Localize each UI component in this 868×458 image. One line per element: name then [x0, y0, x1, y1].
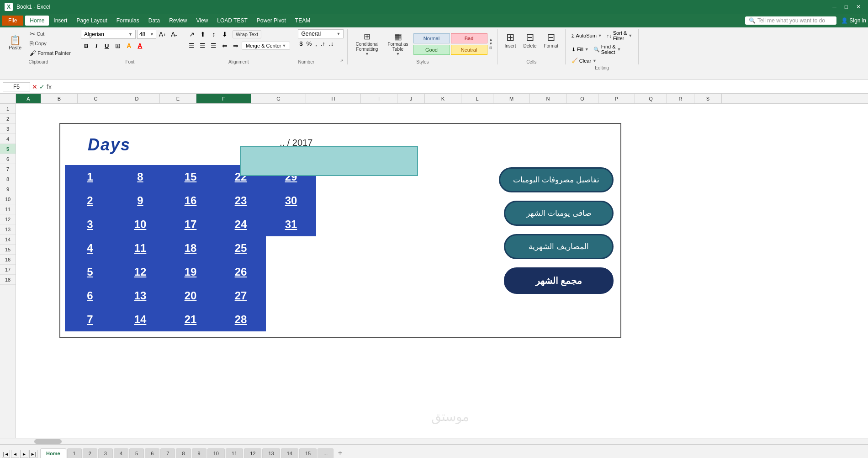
style-bad[interactable]: Bad [451, 33, 487, 43]
cal-day-21[interactable]: 21 [165, 308, 216, 331]
autosum-button[interactable]: Σ AutoSum ▼ [570, 32, 604, 39]
cal-day-4[interactable]: 4 [65, 236, 115, 260]
percent-button[interactable]: % [305, 40, 313, 48]
sheet-tab-1[interactable]: 1 [67, 448, 82, 458]
function-icon[interactable]: fx [47, 83, 52, 91]
fill-color-button[interactable]: A [124, 41, 134, 51]
col-header-s[interactable]: S [694, 94, 722, 103]
col-header-r[interactable]: R [667, 94, 694, 103]
cal-day-12[interactable]: 12 [115, 260, 165, 284]
fill-button[interactable]: ⬇ Fill ▼ [570, 46, 591, 53]
currency-button[interactable]: $ [298, 40, 304, 48]
cut-button[interactable]: ✂ Cut [27, 29, 73, 38]
border-button[interactable]: ⊞ [113, 41, 123, 51]
cal-day-2[interactable]: 2 [65, 189, 115, 213]
btn-net-daily[interactable]: صافى يوميات الشهر [504, 201, 614, 226]
sheet-tab-8[interactable]: 8 [176, 448, 191, 458]
delete-cells-button[interactable]: ⊟ Delete [520, 29, 540, 51]
decrease-indent-button[interactable]: ⇐ [220, 41, 230, 51]
align-left-button[interactable]: ☰ [187, 41, 197, 51]
col-header-j[interactable]: J [397, 94, 425, 103]
row-num-2[interactable]: 2 [0, 114, 16, 124]
col-header-a[interactable]: A [16, 94, 41, 103]
sheet-nav-next[interactable]: ► [20, 450, 28, 458]
cell-reference-box[interactable]: F5 [3, 82, 30, 91]
col-header-n[interactable]: N [530, 94, 566, 103]
cal-day-24[interactable]: 24 [216, 213, 266, 236]
col-header-p[interactable]: P [598, 94, 635, 103]
conditional-formatting-button[interactable]: ⊞ ConditionalFormatting ▼ [351, 29, 382, 59]
style-good[interactable]: Good [413, 45, 450, 55]
row-num-12[interactable]: 12 [0, 214, 16, 224]
menu-view[interactable]: View [192, 16, 213, 26]
style-neutral[interactable]: Neutral [451, 45, 487, 55]
sheet-tab-2[interactable]: 2 [83, 448, 97, 458]
btn-daily-details[interactable]: تفاصيل مصروفات اليوميات [499, 167, 614, 192]
paste-button[interactable]: 📋 Paste [4, 29, 26, 57]
insert-cells-button[interactable]: ⊞ Insert [501, 29, 519, 51]
cal-day-14[interactable]: 14 [115, 308, 165, 331]
sheet-tab-13[interactable]: 13 [262, 448, 280, 458]
row-num-8[interactable]: 8 [0, 174, 16, 184]
col-header-f[interactable]: F [196, 94, 251, 103]
align-right-button[interactable]: ☰ [209, 41, 219, 51]
sheet-nav-last[interactable]: ►| [29, 450, 37, 458]
horizontal-scrollbar[interactable] [0, 438, 868, 444]
cal-day-19[interactable]: 19 [165, 260, 216, 284]
sheet-tab-6[interactable]: 6 [145, 448, 159, 458]
increase-indent-button[interactable]: ⇒ [231, 41, 241, 51]
cal-day-1[interactable]: 1 [65, 165, 115, 189]
row-num-15[interactable]: 15 [0, 245, 16, 255]
sheet-tab-more[interactable]: ... [318, 448, 333, 458]
cal-day-16[interactable]: 16 [165, 189, 216, 213]
format-cells-button[interactable]: ⊟ Format [540, 29, 561, 51]
cal-day-13[interactable]: 13 [115, 284, 165, 308]
menu-formulas[interactable]: Formulas [112, 16, 144, 26]
row-num-10[interactable]: 10 [0, 194, 16, 204]
copy-button[interactable]: ⎘ Copy [27, 39, 73, 48]
add-sheet-button[interactable]: + [334, 448, 345, 458]
comma-button[interactable]: , [314, 40, 318, 48]
cal-day-23[interactable]: 23 [216, 189, 266, 213]
bold-button[interactable]: B [81, 41, 91, 51]
row-num-4[interactable]: 4 [0, 134, 16, 144]
number-expand-icon[interactable]: ↗ [340, 59, 344, 64]
close-btn[interactable]: ✕ [853, 3, 863, 11]
row-num-17[interactable]: 17 [0, 265, 16, 275]
cal-day-27[interactable]: 27 [216, 284, 266, 308]
menu-page-layout[interactable]: Page Layout [72, 16, 111, 26]
number-format-dropdown[interactable]: General ▼ [298, 29, 344, 38]
sheet-tab-15[interactable]: 15 [299, 448, 317, 458]
sheet-tab-3[interactable]: 3 [98, 448, 113, 458]
cal-day-3[interactable]: 3 [65, 213, 115, 236]
align-middle-button[interactable]: ↕ [209, 29, 219, 39]
cancel-formula-icon[interactable]: ✕ [32, 83, 37, 91]
font-name-dropdown[interactable]: Algerian ▼ [81, 30, 136, 39]
cal-day-25[interactable]: 25 [216, 236, 266, 260]
align-bottom-button[interactable]: ⬇ [220, 29, 230, 39]
sheet-tab-4[interactable]: 4 [114, 448, 128, 458]
align-center-button[interactable]: ☰ [198, 41, 208, 51]
col-header-e[interactable]: E [160, 94, 196, 103]
corner-cell[interactable] [0, 94, 16, 103]
sheet-tab-10[interactable]: 10 [207, 448, 225, 458]
sheet-tab-14[interactable]: 14 [281, 448, 298, 458]
italic-button[interactable]: I [92, 41, 101, 51]
decimal-increase-button[interactable]: .↑ [319, 40, 327, 48]
maximize-btn[interactable]: □ [842, 3, 851, 11]
format-painter-button[interactable]: 🖌 Format Painter [27, 48, 73, 58]
row-num-3[interactable]: 3 [0, 124, 16, 134]
cal-day-11[interactable]: 11 [115, 236, 165, 260]
font-size-dropdown[interactable]: 48 ▼ [137, 30, 156, 39]
menu-team[interactable]: TEAM [291, 16, 315, 26]
cal-day-7[interactable]: 7 [65, 308, 115, 331]
menu-data[interactable]: Data [144, 16, 164, 26]
menu-file[interactable]: File [2, 16, 23, 26]
cal-day-6[interactable]: 6 [65, 284, 115, 308]
minimize-btn[interactable]: ─ [830, 3, 839, 11]
row-num-14[interactable]: 14 [0, 234, 16, 245]
cal-day-26[interactable]: 26 [216, 260, 266, 284]
orientation-button[interactable]: ↗ [187, 29, 197, 39]
sheet-nav-first[interactable]: |◄ [2, 450, 10, 458]
menu-load-test[interactable]: LOAD TEST [212, 16, 252, 26]
